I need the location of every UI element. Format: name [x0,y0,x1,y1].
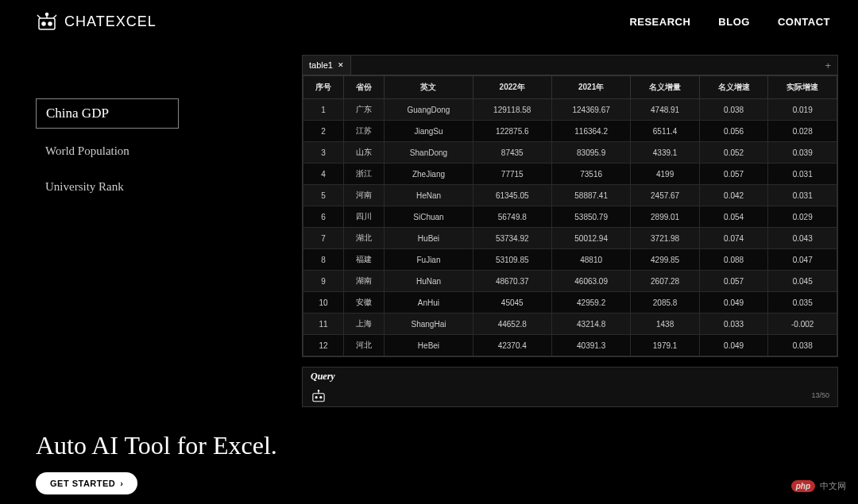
nav-research[interactable]: RESEARCH [629,16,690,28]
table-cell: 58887.41 [551,185,630,206]
logo[interactable]: CHATEXCEL [36,12,157,31]
table-row[interactable]: 10安徽AnHui4504542959.22085.80.0490.035 [303,292,837,314]
table-cell: 73516 [551,164,630,185]
table-cell: 0.045 [768,271,837,292]
table-cell: 0.057 [699,164,768,185]
table-cell: 0.043 [768,228,837,249]
data-table: 序号省份英文2022年2021年名义增量名义增速实际增速 1广东GuangDon… [302,75,838,357]
table-cell: 50012.94 [551,228,630,249]
content: China GDP World Population University Ra… [0,39,858,407]
table-cell: HuBei [385,228,473,249]
column-header[interactable]: 名义增量 [631,76,700,99]
table-cell: 53734.92 [473,228,551,249]
table-cell: 8 [303,249,344,271]
watermark: php 中文网 [791,480,846,492]
svg-point-9 [320,397,322,398]
close-icon[interactable]: ✕ [338,61,344,69]
table-cell: 0.035 [768,292,837,314]
column-header[interactable]: 名义增速 [699,76,768,99]
table-cell: 9 [303,271,344,292]
table-cell: 4299.85 [631,249,700,271]
robot-icon[interactable] [311,389,327,402]
table-cell: 77715 [473,164,551,185]
table-cell: 56749.8 [473,206,551,228]
tab-table1[interactable]: table1 ✕ [303,56,351,75]
table-cell: 0.054 [699,206,768,228]
svg-point-4 [46,13,48,16]
table-cell: 3 [303,142,344,164]
table-cell: 山东 [344,142,385,164]
nav: RESEARCH BLOG CONTACT [629,16,830,28]
sidebar-item-world-population[interactable]: World Population [36,138,179,164]
table-cell: 0.052 [699,142,768,164]
table-cell: 124369.67 [551,99,630,121]
add-tab-button[interactable]: + [818,60,837,71]
table-cell: 湖北 [344,228,385,249]
column-header[interactable]: 省份 [344,76,385,99]
query-section: Query 13/50 [302,367,838,407]
table-cell: 2457.67 [631,185,700,206]
table-cell: 53850.79 [551,206,630,228]
table-cell: 4748.91 [631,99,700,121]
table-cell: HeNan [385,185,473,206]
chevron-right-icon: › [120,479,123,488]
table-cell: 129118.58 [473,99,551,121]
table-row[interactable]: 4浙江ZheJiang777157351641990.0570.031 [303,164,837,185]
table-cell: 浙江 [344,164,385,185]
svg-point-8 [315,397,317,398]
table-cell: 0.049 [699,292,768,314]
table-cell: 6511.4 [631,121,700,142]
table-row[interactable]: 6四川SiChuan56749.853850.792899.010.0540.0… [303,206,837,228]
svg-point-2 [48,22,52,25]
table-row[interactable]: 11上海ShangHai44652.843214.814380.033-0.00… [303,314,837,335]
table-row[interactable]: 5河南HeNan61345.0558887.412457.670.0420.03… [303,185,837,206]
table-row[interactable]: 1广东GuangDong129118.58124369.674748.910.0… [303,99,837,121]
column-header[interactable]: 序号 [303,76,344,99]
table-cell: 4199 [631,164,700,185]
robot-icon [36,12,58,31]
table-cell: 7 [303,228,344,249]
table-row[interactable]: 7湖北HuBei53734.9250012.943721.980.0740.04… [303,228,837,249]
table-cell: ZheJiang [385,164,473,185]
table-cell: 4 [303,164,344,185]
table-cell: 0.047 [768,249,837,271]
column-header[interactable]: 2022年 [473,76,551,99]
table-cell: 4339.1 [631,142,700,164]
query-counter: 13/50 [811,391,829,399]
sidebar-item-china-gdp[interactable]: China GDP [36,98,179,129]
table-cell: JiangSu [385,121,473,142]
column-header[interactable]: 2021年 [551,76,630,99]
table-cell: 1438 [631,314,700,335]
column-header[interactable]: 实际增速 [768,76,837,99]
get-started-button[interactable]: GET STARTED › [36,472,137,494]
table-cell: 四川 [344,206,385,228]
main-panel: table1 ✕ + 序号省份英文2022年2021年名义增量名义增速实际增速 … [302,55,838,407]
table-cell: 2899.01 [631,206,700,228]
table-cell: ShangHai [385,314,473,335]
table-cell: 87435 [473,142,551,164]
query-label: Query [303,367,837,386]
table-cell: 0.028 [768,121,837,142]
table-row[interactable]: 9湖南HuNan48670.3746063.092607.280.0570.04… [303,271,837,292]
column-header[interactable]: 英文 [385,76,473,99]
table-cell: 116364.2 [551,121,630,142]
table-row[interactable]: 12河北HeBei42370.440391.31979.10.0490.038 [303,335,837,356]
table-cell: 0.049 [699,335,768,356]
table-cell: 0.033 [699,314,768,335]
table-cell: 河北 [344,335,385,356]
nav-contact[interactable]: CONTACT [778,16,830,28]
table-row[interactable]: 2江苏JiangSu122875.6116364.26511.40.0560.0… [303,121,837,142]
table-cell: 2 [303,121,344,142]
nav-blog[interactable]: BLOG [718,16,750,28]
table-cell: HeBei [385,335,473,356]
table-cell: 0.019 [768,99,837,121]
table-row[interactable]: 8福建FuJian53109.85488104299.850.0880.047 [303,249,837,271]
tab-bar: table1 ✕ + [302,55,838,75]
svg-point-11 [318,390,319,391]
sidebar-item-university-rank[interactable]: University Rank [36,174,179,200]
table-cell: 0.039 [768,142,837,164]
table-cell: 上海 [344,314,385,335]
table-cell: 45045 [473,292,551,314]
table-row[interactable]: 3山东ShanDong8743583095.94339.10.0520.039 [303,142,837,164]
table-cell: 46063.09 [551,271,630,292]
